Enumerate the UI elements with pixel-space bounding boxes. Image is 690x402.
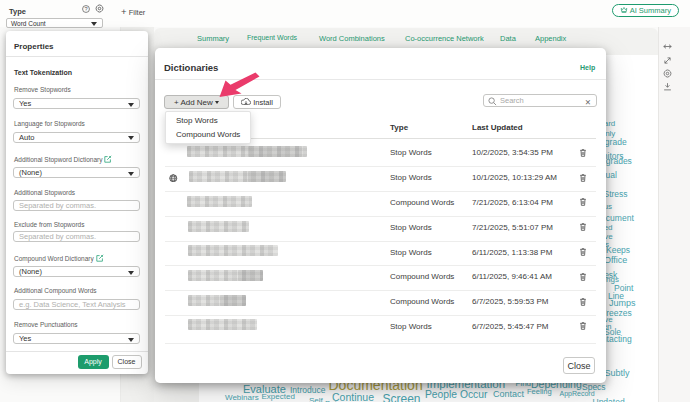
svg-text:?: ?: [84, 6, 87, 12]
